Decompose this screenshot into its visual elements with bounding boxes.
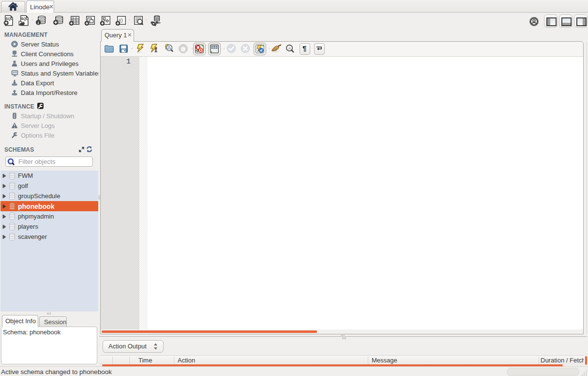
svg-text:(): () [121, 18, 123, 23]
svg-text:SQL: SQL [6, 17, 13, 21]
svg-text:SQL: SQL [21, 17, 29, 21]
svg-text:A: A [288, 46, 291, 51]
